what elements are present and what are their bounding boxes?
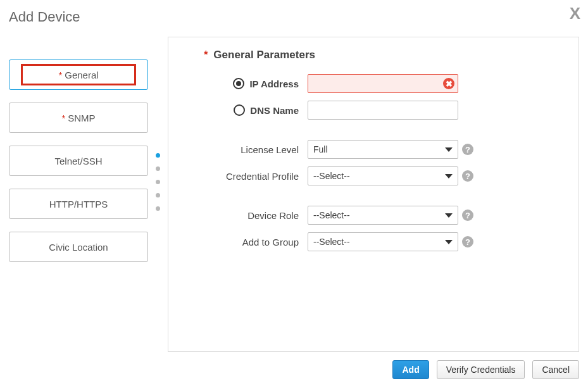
help-icon[interactable]: ? — [462, 144, 473, 155]
step-dot-icon — [156, 166, 160, 171]
tab-http-https[interactable]: HTTP/HTTPS — [9, 189, 148, 219]
tab-label: Telnet/SSH — [54, 156, 102, 166]
add-to-group-select[interactable]: --Select-- — [308, 232, 458, 251]
help-icon[interactable]: ? — [462, 170, 473, 182]
help-icon[interactable]: ? — [462, 236, 473, 247]
step-dot-icon — [156, 206, 160, 211]
add-device-modal: Add Device X * General * SNMP Telnet/SSH… — [0, 0, 588, 388]
help-icon[interactable]: ? — [462, 210, 473, 221]
error-icon: ✖ — [443, 78, 454, 89]
tab-civic-location[interactable]: Civic Location — [9, 232, 148, 262]
tab-snmp[interactable]: * SNMP — [9, 103, 148, 133]
dns-name-row-label: DNS Name — [204, 104, 308, 116]
dns-name-radio[interactable] — [234, 104, 245, 116]
chevron-down-icon — [445, 213, 453, 218]
tab-telnet-ssh[interactable]: Telnet/SSH — [9, 146, 148, 176]
dns-name-label: DNS Name — [250, 105, 299, 116]
section-heading-text: General Parameters — [213, 49, 315, 61]
chevron-down-icon — [445, 147, 453, 152]
step-dot-icon — [156, 180, 160, 184]
modal-title: Add Device — [9, 9, 579, 25]
tab-label: SNMP — [68, 113, 95, 123]
ip-address-input-wrap: ✖ — [308, 74, 458, 93]
tab-label: HTTP/HTTPS — [49, 199, 108, 210]
add-to-group-label: Add to Group — [204, 237, 308, 247]
modal-body: * General * SNMP Telnet/SSH HTTP/HTTPS C… — [9, 37, 579, 352]
select-value: --Select-- — [313, 210, 350, 220]
ip-address-row-label: IP Address — [204, 78, 308, 89]
select-value: Full — [313, 144, 328, 154]
ip-address-input[interactable] — [308, 74, 458, 93]
ip-address-label: IP Address — [249, 78, 299, 89]
footer-actions: Add Verify Credentials Cancel — [392, 360, 579, 379]
ip-address-radio[interactable] — [233, 78, 244, 89]
step-dot-icon — [156, 193, 160, 197]
sidebar-tabs: * General * SNMP Telnet/SSH HTTP/HTTPS C… — [9, 37, 148, 262]
section-heading: * General Parameters — [204, 49, 543, 61]
general-panel: * General Parameters IP Address ✖ — [168, 37, 579, 352]
credential-profile-label: Credential Profile — [204, 171, 308, 182]
step-dot-icon — [156, 153, 160, 158]
required-asterisk-icon: * — [204, 49, 208, 61]
device-role-label: Device Role — [204, 210, 308, 221]
tab-label: Civic Location — [49, 242, 108, 253]
verify-credentials-button[interactable]: Verify Credentials — [437, 360, 525, 379]
step-indicator — [156, 37, 160, 211]
required-asterisk-icon: * — [61, 113, 65, 123]
chevron-down-icon — [445, 240, 453, 244]
credential-profile-select[interactable]: --Select-- — [308, 166, 458, 185]
tab-general-highlight — [21, 64, 136, 85]
chevron-down-icon — [445, 174, 453, 178]
close-icon[interactable]: X — [570, 5, 580, 22]
add-button[interactable]: Add — [392, 360, 428, 379]
device-role-select[interactable]: --Select-- — [308, 206, 458, 225]
select-value: --Select-- — [313, 171, 350, 181]
cancel-button[interactable]: Cancel — [532, 360, 579, 379]
license-level-label: License Level — [204, 144, 308, 155]
tab-general[interactable]: * General — [9, 59, 148, 90]
select-value: --Select-- — [313, 237, 350, 247]
license-level-select[interactable]: Full — [308, 140, 458, 159]
dns-name-input[interactable] — [308, 101, 458, 120]
